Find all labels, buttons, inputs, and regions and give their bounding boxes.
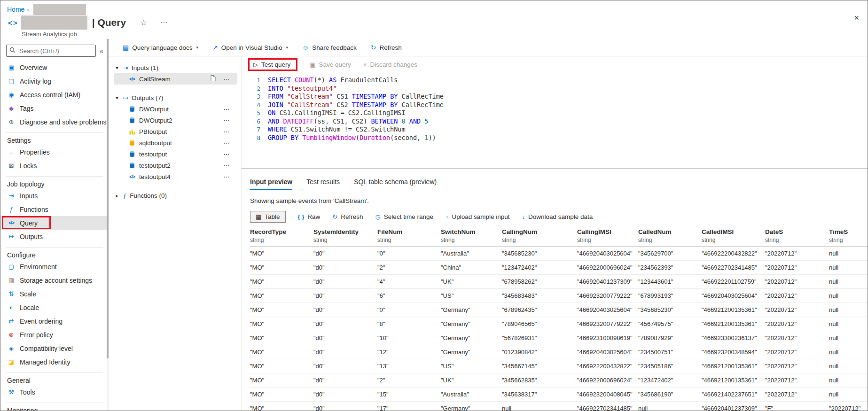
table-cell: null <box>829 306 868 313</box>
query-page-toolbar: ▤Query language docs▾↗Open in Visual Stu… <box>109 39 868 56</box>
sidebar-item-error-policy[interactable]: ⊗Error policy <box>0 328 109 341</box>
tree-item-pbioutput[interactable]: PBIoutput⋯ <box>114 126 237 137</box>
more-menu-icon[interactable]: ⋯ <box>220 173 233 181</box>
tree-item-sqldboutput[interactable]: sqldboutput⋯ <box>114 137 237 148</box>
query-language-docs-button[interactable]: ▤Query language docs▾ <box>123 44 198 51</box>
sidebar-item-access-control-iam[interactable]: ◉Access control (IAM) <box>0 88 109 101</box>
table-row: "MO""d0""13""US""345667145""466922200432… <box>250 359 868 373</box>
tree-group-header-outputs-7[interactable]: ▾↦Outputs (7) <box>114 92 241 103</box>
test-query-button[interactable]: ▷Test query <box>253 61 290 68</box>
column-type: string <box>377 237 441 243</box>
sample-events-status: Showing sample events from 'CallStream'. <box>250 197 868 204</box>
sidebar-item-environment[interactable]: ▢Environment <box>0 260 109 273</box>
sidebar-item-scale[interactable]: ⇅Scale <box>0 287 109 301</box>
download-sample-data-button[interactable]: ↓Download sample data <box>522 213 593 220</box>
tab-sql-table-schema-preview[interactable]: SQL table schema (preview) <box>354 178 437 190</box>
collapse-sidebar-icon[interactable]: « <box>98 47 105 55</box>
column-header-times: TimeSstring <box>829 228 868 243</box>
sidebar-scrollbar[interactable] <box>107 39 109 411</box>
tree-item-testoutput4[interactable]: </>testoutput4⋯ <box>114 171 237 182</box>
sidebar-item-functions[interactable]: ƒFunctions <box>0 202 109 216</box>
select-time-range-button[interactable]: ◷Select time range <box>375 213 433 220</box>
query-editor[interactable]: 1SELECT COUNT(*) AS FraudulentCalls2INTO… <box>242 72 868 169</box>
discard-changes-button[interactable]: ×Discard changes <box>363 61 417 68</box>
resource-type-label: Stream Analytics job <box>22 31 77 38</box>
preview-toolbar-button-label: Select time range <box>384 213 433 220</box>
tab-input-preview[interactable]: Input preview <box>250 178 292 190</box>
sidebar-item-properties[interactable]: ≡Properties <box>0 145 109 159</box>
more-menu-icon[interactable]: ⋯ <box>220 128 233 136</box>
refresh-button[interactable]: ↻Refresh <box>332 213 363 220</box>
column-type: string <box>829 237 868 243</box>
save-query-button[interactable]: ▣Save query <box>310 61 351 68</box>
sidebar-item-activity-log[interactable]: ▤Activity log <box>0 74 109 88</box>
close-icon[interactable]: × <box>851 13 862 23</box>
more-menu-icon[interactable]: ⋯ <box>157 18 171 27</box>
share-feedback-button[interactable]: ☺Share feedback <box>302 44 357 51</box>
tree-item-actions: ⋯ <box>220 105 237 113</box>
search-icon <box>9 47 16 55</box>
table-cell: "345683483" <box>502 292 577 299</box>
tree-item-testoutput2[interactable]: testoutput2⋯ <box>114 160 237 171</box>
column-header-filenum: FileNumstring <box>377 228 441 243</box>
more-menu-icon[interactable]: ⋯ <box>220 139 233 147</box>
sidebar-item-locale[interactable]: ◐Locale <box>0 301 109 314</box>
chevron-down-icon: ▾ <box>114 65 120 70</box>
sidebar-item-compatibility-level[interactable]: ◈Compatibility level <box>0 341 109 355</box>
tree-item-testoutput[interactable]: testoutput⋯ <box>114 148 237 160</box>
tree-item-callstream[interactable]: </>CallStream⋯ <box>114 73 237 85</box>
table-cell: "345629700" <box>638 250 702 257</box>
search-box[interactable] <box>6 45 96 57</box>
sidebar-item-label: Storage account settings <box>20 277 92 284</box>
outputs-icon: ↦ <box>7 233 16 240</box>
sidebar-item-label: Query <box>20 219 38 227</box>
sidebar-item-tools[interactable]: ⚒Tools <box>0 385 109 399</box>
code-text: WHERE CS1.SwitchNum != CS2.SwitchNum <box>268 125 406 134</box>
event-ordering-icon: ⇄ <box>7 318 16 325</box>
table-cell: "13" <box>377 363 441 370</box>
outputs-group-icon: ↦ <box>123 94 128 101</box>
sidebar-item-storage-account-settings[interactable]: ▥Storage account settings <box>0 273 109 287</box>
table-cell: null <box>502 405 577 411</box>
sidebar-item-inputs[interactable]: ⇥Inputs <box>0 189 109 202</box>
more-menu-icon[interactable]: ⋯ <box>220 162 233 170</box>
favorite-star-icon[interactable]: ☆ <box>137 17 150 28</box>
table-button[interactable]: ▦Table <box>250 211 286 223</box>
tab-test-results[interactable]: Test results <box>306 178 340 190</box>
sidebar-item-query[interactable]: </>Query <box>0 216 109 230</box>
sidebar-item-managed-identity[interactable]: ◪Managed Identity <box>0 355 109 369</box>
column-type: string <box>502 237 577 243</box>
tree-item-dwoutput[interactable]: DWOutput⋯ <box>114 103 237 115</box>
sidebar-item-diagnose-and-solve-problems[interactable]: ⊕Diagnose and solve problems <box>0 115 109 129</box>
table-cell: "Germany" <box>441 349 502 356</box>
table-cell: "466921402237651" <box>702 391 765 398</box>
tree-group-header-inputs-1[interactable]: ▾⇥Inputs (1) <box>114 62 241 73</box>
sidebar-item-locks[interactable]: ⊠Locks <box>0 159 109 172</box>
table-cell: "466923200779222" <box>577 292 638 299</box>
scrollbar-thumb[interactable] <box>107 39 109 358</box>
more-menu-icon[interactable]: ⋯ <box>220 75 233 83</box>
tree-item-actions: ⋯ <box>220 173 237 181</box>
more-menu-icon[interactable]: ⋯ <box>220 116 233 124</box>
table-cell: "UK" <box>441 377 502 384</box>
raw-button[interactable]: { }Raw <box>298 213 321 220</box>
breadcrumb-home-link[interactable]: Home <box>7 6 24 13</box>
more-menu-icon[interactable]: ⋯ <box>220 150 233 158</box>
upload-sample-input-button[interactable]: ↑Upload sample input <box>446 213 510 220</box>
sidebar-item-outputs[interactable]: ↦Outputs <box>0 230 109 243</box>
search-input[interactable] <box>18 47 93 55</box>
sidebar-item-event-ordering[interactable]: ⇄Event ordering <box>0 314 109 328</box>
sidebar-item-tags[interactable]: ◆Tags <box>0 101 109 115</box>
tree-group-header-functions-0[interactable]: ▸ƒFunctions (0) <box>114 190 241 201</box>
tree-item-dwoutput2[interactable]: DWOutput2⋯ <box>114 115 237 126</box>
sidebar-item-overview[interactable]: ▣Overview <box>0 61 109 74</box>
more-menu-icon[interactable]: ⋯ <box>220 105 233 113</box>
code-text: GROUP BY TumblingWindow(Duration(second,… <box>268 134 436 142</box>
table-cell: "466920403025604" <box>577 250 638 257</box>
feedback-icon: ☺ <box>302 44 309 51</box>
table-cell: "Australia" <box>441 391 502 398</box>
query-toolbar-button-label: Save query <box>319 61 351 68</box>
refresh-button[interactable]: ↻Refresh <box>371 44 402 51</box>
column-header-callednum: CalledNumstring <box>638 228 702 243</box>
open-in-visual-studio-button[interactable]: ↗Open in Visual Studio▾ <box>212 44 288 51</box>
